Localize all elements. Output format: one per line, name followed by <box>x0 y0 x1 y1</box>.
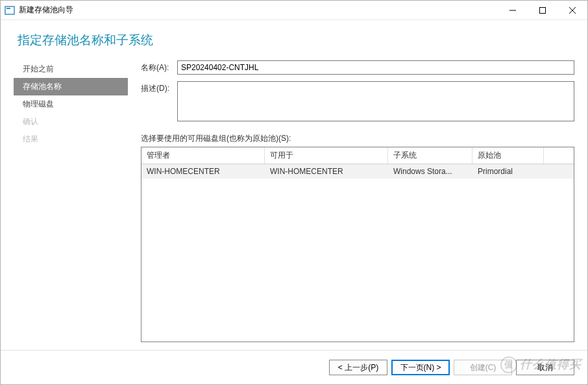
footer-buttons: < 上一步(P) 下一页(N) > 创建(C) 取消 <box>1 350 587 384</box>
col-primordial-pool[interactable]: 原始池 <box>472 147 544 164</box>
next-button[interactable]: 下一页(N) > <box>391 360 450 375</box>
name-input[interactable] <box>177 60 574 75</box>
cell-extra <box>544 164 574 179</box>
cell-primordial: Primordial <box>472 164 544 179</box>
cell-managed-by: WIN-HOMECENTER <box>141 164 265 179</box>
col-available-to[interactable]: 可用于 <box>265 147 388 164</box>
desc-row: 描述(D): <box>141 81 574 121</box>
page-heading: 指定存储池名称和子系统 <box>14 32 574 49</box>
step-physical-disks[interactable]: 物理磁盘 <box>14 95 128 113</box>
svg-rect-1 <box>6 8 10 9</box>
col-extra[interactable] <box>544 147 574 164</box>
content-area: 指定存储池名称和子系统 开始之前 存储池名称 物理磁盘 确认 结果 名称(A):… <box>1 20 587 350</box>
window-controls <box>498 1 587 19</box>
cell-subsystem: Windows Stora... <box>388 164 472 179</box>
name-label: 名称(A): <box>141 60 177 73</box>
step-result: 结果 <box>14 130 128 148</box>
svg-rect-3 <box>540 7 546 13</box>
col-managed-by[interactable]: 管理者 <box>141 147 265 164</box>
app-icon <box>5 5 15 16</box>
desc-textarea[interactable] <box>177 81 574 121</box>
grid-body: WIN-HOMECENTER WIN-HOMECENTER Windows St… <box>141 164 574 342</box>
wizard-steps-sidebar: 开始之前 存储池名称 物理磁盘 确认 结果 <box>14 60 128 342</box>
create-button: 创建(C) <box>454 360 512 375</box>
col-subsystem[interactable]: 子系统 <box>388 147 472 164</box>
grid-header: 管理者 可用于 子系统 原始池 <box>141 147 574 164</box>
wizard-window: 新建存储池向导 指定存储池名称和子系统 开始之前 存储池名称 物理磁盘 确认 结… <box>0 0 588 385</box>
body: 开始之前 存储池名称 物理磁盘 确认 结果 名称(A): 描述(D): 选择要使… <box>14 60 574 342</box>
desc-label: 描述(D): <box>141 81 177 94</box>
table-row[interactable]: WIN-HOMECENTER WIN-HOMECENTER Windows St… <box>141 164 574 179</box>
titlebar: 新建存储池向导 <box>1 1 587 20</box>
name-row: 名称(A): <box>141 60 574 75</box>
disk-group-label: 选择要使用的可用磁盘组(也称为原始池)(S): <box>141 133 574 144</box>
close-button[interactable] <box>557 1 587 19</box>
step-before-begin[interactable]: 开始之前 <box>14 60 128 78</box>
svg-rect-0 <box>5 6 14 14</box>
minimize-button[interactable] <box>498 1 528 19</box>
step-pool-name[interactable]: 存储池名称 <box>14 78 128 95</box>
previous-button[interactable]: < 上一步(P) <box>329 360 387 375</box>
step-confirm: 确认 <box>14 113 128 130</box>
cell-available-to: WIN-HOMECENTER <box>265 164 388 179</box>
window-title: 新建存储池向导 <box>19 5 498 16</box>
main-panel: 名称(A): 描述(D): 选择要使用的可用磁盘组(也称为原始池)(S): 管理… <box>128 60 574 342</box>
cancel-button[interactable]: 取消 <box>516 360 574 375</box>
disk-group-grid[interactable]: 管理者 可用于 子系统 原始池 WIN-HOMECENTER WIN-HOMEC… <box>141 147 574 342</box>
maximize-button[interactable] <box>528 1 557 19</box>
